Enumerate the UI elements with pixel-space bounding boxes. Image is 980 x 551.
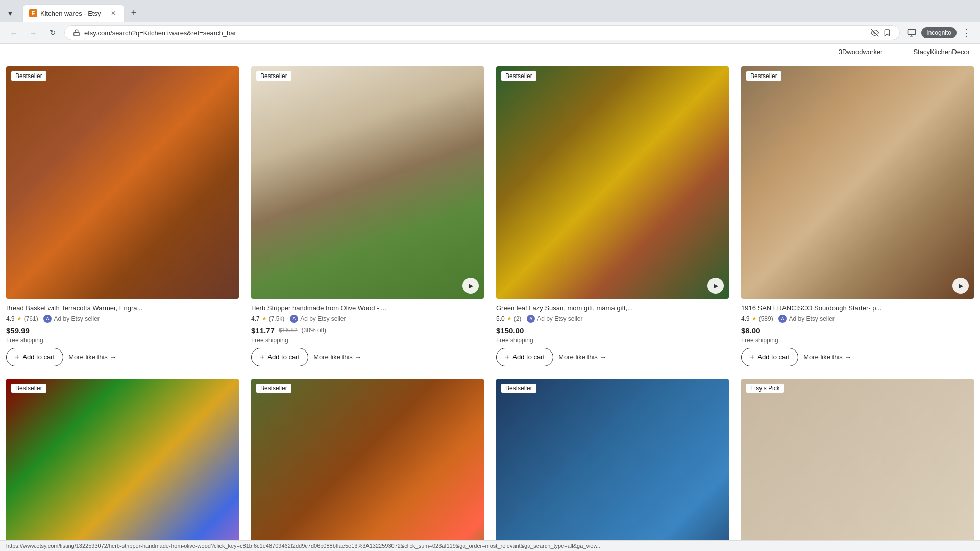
- product-card[interactable]: Bestseller ▶ Herb Stripper handmade from…: [245, 60, 490, 372]
- product-title: Bread Basket with Terracotta Warmer, Eng…: [6, 304, 239, 313]
- profile-icon[interactable]: [904, 25, 919, 40]
- product-badge: Etsy's Pick: [746, 384, 784, 393]
- plus-icon: +: [15, 353, 19, 362]
- product-card[interactable]: Bestseller Ceramic Mixing Bowl Set - Blu…: [490, 372, 735, 551]
- add-to-cart-label: Add to cart: [757, 353, 790, 361]
- review-count: (589): [759, 315, 773, 322]
- plus-icon: +: [505, 353, 509, 362]
- seller-3dwoodworker[interactable]: 3Dwoodworker: [839, 48, 883, 56]
- seller-stacykitchendecor[interactable]: StacyKitchenDecor: [913, 48, 970, 56]
- review-count: (761): [24, 315, 38, 322]
- add-to-cart-button[interactable]: + Add to cart: [496, 348, 553, 366]
- lock-icon: [73, 29, 80, 36]
- plus-icon: +: [750, 353, 754, 362]
- tab-bar: ▼ E Kitchen wares - Etsy ✕ +: [0, 0, 980, 22]
- address-bar[interactable]: etsy.com/search?q=Kitchen+wares&ref=sear…: [64, 25, 900, 40]
- product-image: Bestseller: [496, 379, 729, 551]
- product-card[interactable]: Bestseller ▶ 1916 SAN FRANCISCO Sourdoug…: [735, 60, 980, 372]
- add-to-cart-button[interactable]: + Add to cart: [251, 348, 308, 366]
- star-icon: ★: [752, 315, 757, 322]
- active-tab[interactable]: E Kitchen wares - Etsy ✕: [22, 4, 125, 22]
- star-icon: ★: [262, 315, 267, 322]
- product-meta: 5.0 ★ (2) · A Ad by Etsy seller: [496, 315, 729, 323]
- product-price: $8.00: [741, 326, 761, 335]
- more-like-label: More like this: [558, 353, 598, 361]
- back-button[interactable]: ←: [6, 25, 21, 40]
- card-actions: + Add to cart More like this →: [251, 348, 484, 366]
- product-card[interactable]: Bestseller Colorful Ceramic Prep Bowls S…: [0, 372, 245, 551]
- status-bar: https://www.etsy.com/listing/1322593072/…: [0, 540, 980, 551]
- product-card[interactable]: Etsy's Pick Natural Linen Kitchen Towel …: [735, 372, 980, 551]
- seller-bar: 3Dwoodworker StacyKitchenDecor: [0, 44, 980, 60]
- add-to-cart-label: Add to cart: [512, 353, 545, 361]
- rating: 4.9: [6, 315, 15, 322]
- card-actions: + Add to cart More like this →: [496, 348, 729, 366]
- video-play-button[interactable]: ▶: [462, 278, 479, 294]
- ad-badge: A: [43, 315, 52, 323]
- reload-button[interactable]: ↻: [45, 25, 60, 40]
- incognito-badge[interactable]: Incognito: [921, 27, 957, 38]
- new-tab-button[interactable]: +: [127, 6, 141, 20]
- product-card[interactable]: Bestseller Brittany's Kitchen Personaliz…: [245, 372, 490, 551]
- eye-off-icon: [871, 29, 879, 37]
- original-price: $16.82: [279, 327, 298, 334]
- more-like-label: More like this: [803, 353, 843, 361]
- video-play-button[interactable]: ▶: [707, 278, 724, 294]
- product-meta: 4.9 ★ (589) · A Ad by Etsy seller: [741, 315, 974, 323]
- more-like-this-button[interactable]: More like this →: [68, 353, 117, 361]
- price-row: $8.00: [741, 326, 974, 335]
- star-icon: ★: [507, 315, 512, 322]
- product-title: Green leaf Lazy Susan, mom gift, mama gi…: [496, 304, 729, 313]
- address-bar-row: ← → ↻ etsy.com/search?q=Kitchen+wares&re…: [0, 22, 980, 43]
- ad-badge: A: [527, 315, 535, 323]
- free-shipping: Free shipping: [496, 337, 729, 344]
- price-row: $11.77$16.82(30% off): [251, 326, 484, 335]
- add-to-cart-button[interactable]: + Add to cart: [741, 348, 798, 366]
- product-card[interactable]: Bestseller ▶ Green leaf Lazy Susan, mom …: [490, 60, 735, 372]
- tab-list-icon[interactable]: ▼: [4, 7, 16, 19]
- more-options-button[interactable]: ⋮: [959, 25, 974, 40]
- product-badge: Bestseller: [746, 71, 781, 81]
- forward-button[interactable]: →: [26, 25, 41, 40]
- ad-badge: A: [778, 315, 787, 323]
- card-actions: + Add to cart More like this →: [741, 348, 974, 366]
- arrow-icon: →: [600, 353, 607, 361]
- product-price: $11.77: [251, 326, 275, 335]
- more-like-this-button[interactable]: More like this →: [803, 353, 852, 361]
- rating: 4.7: [251, 315, 260, 322]
- free-shipping: Free shipping: [741, 337, 974, 344]
- product-image: Bestseller: [6, 66, 239, 299]
- product-title: Herb Stripper handmade from Olive Wood -…: [251, 304, 484, 313]
- bookmark-icon[interactable]: [883, 29, 891, 37]
- product-price: $59.99: [6, 326, 30, 335]
- product-title: 1916 SAN FRANCISCO Sourdough Starter- p.…: [741, 304, 974, 313]
- product-badge: Bestseller: [11, 384, 46, 393]
- url-text: etsy.com/search?q=Kitchen+wares&ref=sear…: [84, 29, 236, 37]
- svg-rect-0: [74, 32, 80, 35]
- product-badge: Bestseller: [501, 384, 536, 393]
- page-content: 3Dwoodworker StacyKitchenDecor Bestselle…: [0, 44, 980, 551]
- ad-text: Ad by Etsy seller: [300, 315, 346, 322]
- rating: 4.9: [741, 315, 750, 322]
- discount-badge: (30% off): [302, 327, 326, 334]
- add-to-cart-label: Add to cart: [267, 353, 300, 361]
- product-badge: Bestseller: [256, 384, 291, 393]
- product-badge: Bestseller: [256, 71, 291, 81]
- tab-close-button[interactable]: ✕: [109, 9, 118, 18]
- plus-icon: +: [260, 353, 264, 362]
- browser-chrome: ▼ E Kitchen wares - Etsy ✕ + ← → ↻ etsy.…: [0, 0, 980, 44]
- add-to-cart-button[interactable]: + Add to cart: [6, 348, 63, 366]
- price-row: $150.00: [496, 326, 729, 335]
- product-badge: Bestseller: [501, 71, 536, 81]
- product-image: Etsy's Pick: [741, 379, 974, 551]
- product-badge: Bestseller: [11, 71, 46, 81]
- more-like-this-button[interactable]: More like this →: [558, 353, 607, 361]
- product-image: Bestseller ▶: [496, 66, 729, 299]
- address-bar-icons: [871, 29, 891, 37]
- tab-favicon: E: [29, 9, 37, 17]
- svg-rect-2: [908, 29, 916, 35]
- free-shipping: Free shipping: [251, 337, 484, 344]
- video-play-button[interactable]: ▶: [952, 278, 969, 294]
- more-like-this-button[interactable]: More like this →: [313, 353, 362, 361]
- product-card[interactable]: Bestseller Bread Basket with Terracotta …: [0, 60, 245, 372]
